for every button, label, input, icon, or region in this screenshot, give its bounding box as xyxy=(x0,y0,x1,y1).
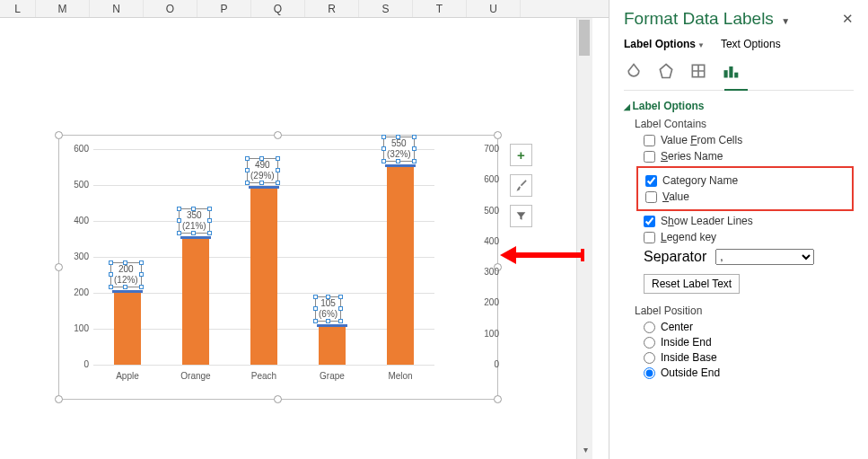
radio-inside-end[interactable]: Inside End xyxy=(644,336,854,349)
bar[interactable] xyxy=(319,327,346,365)
effects-icon[interactable] xyxy=(656,61,676,81)
chart-side-buttons: + xyxy=(510,144,532,235)
svg-rect-3 xyxy=(729,66,732,78)
bar[interactable] xyxy=(182,239,209,365)
bar[interactable] xyxy=(114,293,141,365)
y2-tick: 100 xyxy=(477,329,499,339)
separator-select[interactable]: , xyxy=(715,249,814,265)
y-tick: 400 xyxy=(66,216,89,225)
y2-tick: 200 xyxy=(477,297,499,307)
col-h[interactable]: T xyxy=(413,0,467,17)
worksheet-area[interactable]: ▴ ▾ 010020030040050060001002003004005006… xyxy=(0,18,592,459)
col-h[interactable]: L xyxy=(0,0,36,17)
pane-title-dropdown-icon[interactable]: ▼ xyxy=(781,16,790,26)
col-h[interactable]: S xyxy=(359,0,413,17)
category-label: Orange xyxy=(169,371,223,381)
col-h[interactable]: R xyxy=(305,0,359,17)
svg-marker-0 xyxy=(660,65,671,78)
svg-rect-4 xyxy=(734,73,738,78)
tab-label-options[interactable]: Label Options▼ xyxy=(624,38,705,50)
close-icon[interactable]: ✕ xyxy=(842,11,854,27)
resize-handle[interactable] xyxy=(55,395,63,403)
data-label[interactable]: 550(32%) xyxy=(383,137,415,162)
chk-category-name[interactable]: Category Name xyxy=(645,174,852,187)
col-h[interactable]: U xyxy=(467,0,521,17)
y2-tick: 700 xyxy=(477,144,499,154)
format-icon-tabs xyxy=(624,57,854,91)
brush-icon xyxy=(514,179,528,192)
size-icon[interactable] xyxy=(688,61,708,81)
scroll-down-icon[interactable]: ▾ xyxy=(578,445,592,459)
chart-icon[interactable] xyxy=(721,61,741,81)
data-label[interactable]: 200(12%) xyxy=(110,262,142,287)
resize-handle[interactable] xyxy=(494,395,502,403)
highlight-box: Category Name Value xyxy=(636,166,854,211)
label-position-heading: Label Position xyxy=(635,305,854,317)
chk-show-leader[interactable]: Show Leader Lines xyxy=(644,215,854,227)
resize-handle[interactable] xyxy=(274,131,282,139)
radio-inside-base[interactable]: Inside Base xyxy=(644,351,854,364)
y2-tick: 0 xyxy=(477,359,499,369)
svg-rect-2 xyxy=(724,70,728,77)
chk-legend-key[interactable]: Legend key xyxy=(644,231,854,243)
chart-styles-button[interactable] xyxy=(510,174,532,197)
label-contains-heading: Label Contains xyxy=(635,118,854,130)
reset-label-text-button[interactable]: Reset Label Text xyxy=(644,274,740,294)
fill-icon[interactable] xyxy=(624,61,644,81)
chk-value-from-cells[interactable]: Value From Cells xyxy=(644,134,854,146)
data-label[interactable]: 350(21%) xyxy=(179,208,210,234)
tab-text-options[interactable]: Text Options xyxy=(721,38,781,50)
col-h[interactable]: P xyxy=(197,0,251,17)
y2-tick: 600 xyxy=(477,174,499,184)
category-label: Melon xyxy=(373,371,427,381)
y-tick: 200 xyxy=(66,287,89,297)
scroll-thumb[interactable] xyxy=(579,20,590,56)
category-label: Grape xyxy=(305,371,359,381)
y-tick: 300 xyxy=(66,252,89,261)
resize-handle[interactable] xyxy=(55,131,63,139)
vertical-scrollbar[interactable]: ▴ ▾ xyxy=(576,18,592,459)
resize-handle[interactable] xyxy=(55,263,63,271)
y-tick: 500 xyxy=(66,180,89,190)
category-label: Peach xyxy=(237,371,291,381)
data-label[interactable]: 105(6%) xyxy=(315,296,341,322)
chart-object[interactable]: 0100200300400500600010020030040050060070… xyxy=(58,135,498,400)
y2-tick: 300 xyxy=(477,267,499,277)
y2-tick: 500 xyxy=(477,206,499,216)
category-label: Apple xyxy=(101,371,154,381)
y-tick: 600 xyxy=(66,144,89,154)
radio-center[interactable]: Center xyxy=(644,321,854,333)
bar[interactable] xyxy=(387,167,414,365)
y2-tick: 400 xyxy=(477,236,499,246)
format-pane: Format Data Labels ▼ ✕ Label Options▼ Te… xyxy=(609,0,868,459)
radio-outside-end[interactable]: Outside End xyxy=(644,366,854,379)
filter-icon xyxy=(515,210,527,222)
chk-series-name[interactable]: Series Name xyxy=(644,150,854,163)
chart-elements-button[interactable]: + xyxy=(510,144,532,166)
y-tick: 0 xyxy=(66,359,89,369)
section-label-options[interactable]: Label Options xyxy=(624,100,854,112)
bar[interactable] xyxy=(250,189,277,365)
chk-value[interactable]: Value xyxy=(645,190,852,203)
data-label[interactable]: 490(29%) xyxy=(247,158,278,183)
resize-handle[interactable] xyxy=(274,395,282,403)
separator-label: Separator xyxy=(644,249,706,265)
pane-title: Format Data Labels xyxy=(624,9,774,28)
col-h[interactable]: N xyxy=(90,0,144,17)
col-h[interactable]: O xyxy=(144,0,197,17)
y-tick: 100 xyxy=(66,323,89,333)
plot-area[interactable]: 0100200300400500600010020030040050060070… xyxy=(93,149,434,365)
col-h[interactable]: M xyxy=(36,0,90,17)
col-h[interactable]: Q xyxy=(251,0,305,17)
resize-handle[interactable] xyxy=(494,131,502,139)
chart-filters-button[interactable] xyxy=(510,205,532,227)
